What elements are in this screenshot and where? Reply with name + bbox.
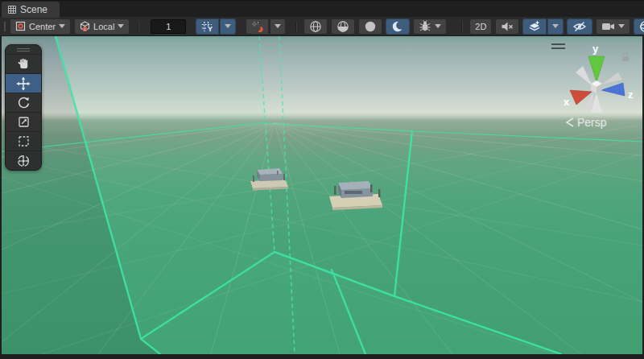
axis-cone-y[interactable] [588, 56, 605, 82]
persp-chevron-icon [565, 117, 574, 128]
gizmo-lock-icon[interactable] [620, 51, 630, 62]
pivot-center-icon [15, 21, 26, 31]
tool-palette [5, 44, 42, 171]
camera-settings-button[interactable] [596, 19, 630, 35]
chevron-down-icon [435, 24, 441, 28]
effects-dropdown[interactable] [547, 19, 564, 35]
toolbar-separator [138, 22, 139, 31]
scene-lighting-toggle[interactable] [386, 19, 410, 35]
chevron-down-icon [118, 24, 124, 28]
projection-label: Persp [577, 116, 607, 129]
magnet-snap-icon [251, 21, 263, 32]
speaker-muted-icon [501, 21, 514, 32]
scene-toolbar: Center Local Y [0, 17, 644, 36]
grid-snap-toggle[interactable]: Y [196, 19, 219, 35]
rect-tool-icon [17, 134, 31, 148]
axis-label-z: z [628, 89, 634, 101]
cube-local-icon [80, 21, 90, 31]
pivot-mode-dropdown[interactable]: Center [10, 19, 71, 35]
shading-shaded-button[interactable] [358, 19, 382, 35]
scale-icon [17, 115, 31, 129]
snap-increment-field[interactable] [151, 19, 186, 34]
effects-group [522, 19, 564, 35]
tab-strip: Scene [0, 0, 644, 17]
grid-snap-group: Y [196, 19, 236, 35]
axis-label-y: y [592, 43, 599, 55]
chevron-down-icon [552, 24, 559, 28]
2d-label: 2D [475, 22, 486, 31]
chevron-down-icon [618, 24, 625, 28]
tool-view-pan[interactable] [6, 54, 41, 73]
axis-label-x: x [564, 96, 570, 108]
shaded-wireframe-icon [336, 20, 349, 33]
chevron-down-icon [275, 24, 281, 28]
orientation-dropdown[interactable]: Local [74, 19, 130, 35]
moon-icon [391, 20, 404, 33]
gizmo-sphere-icon [639, 20, 644, 33]
2d-view-toggle[interactable]: 2D [469, 19, 492, 35]
increment-snap-dropdown[interactable] [270, 19, 286, 35]
viewport-bottom-border [0, 354, 644, 359]
chevron-down-icon [59, 24, 65, 28]
toolbar-separator [461, 22, 463, 31]
svg-text:Y: Y [208, 25, 213, 32]
unity-scene-view-window: Scene Center Local [0, 0, 644, 359]
tool-transform[interactable] [6, 151, 41, 170]
axis-cone-neg[interactable] [601, 72, 622, 85]
move-arrows-icon [16, 76, 31, 91]
audio-mute-toggle[interactable] [495, 19, 519, 35]
gizmos-group [634, 19, 644, 35]
projection-toggle[interactable]: Persp [565, 116, 607, 129]
toolbar-drag-handle[interactable] [4, 22, 6, 31]
shading-wireframe-button[interactable] [303, 19, 328, 35]
shading-shaded-wireframe-button[interactable] [331, 19, 355, 35]
tab-scene-label: Scene [20, 4, 47, 15]
axis-cone-neg[interactable] [576, 66, 592, 86]
wireframe-sphere-icon [309, 20, 322, 33]
eye-slash-icon [572, 21, 587, 32]
tab-scene[interactable]: Scene [2, 2, 60, 18]
solid-circle-icon [364, 20, 377, 33]
rotate-icon [17, 96, 31, 109]
pivot-mode-label: Center [29, 22, 56, 31]
toolbar-separator [295, 22, 297, 31]
scene-3d-canvas[interactable] [2, 36, 642, 354]
gizmos-toggle[interactable] [634, 19, 644, 35]
scene-visibility-toggle[interactable] [567, 19, 592, 35]
orientation-label: Local [93, 22, 114, 31]
tool-rotate[interactable] [6, 93, 41, 112]
tool-scale[interactable] [6, 112, 41, 131]
grid-snap-dropdown[interactable] [220, 19, 236, 35]
effects-layers-icon [528, 20, 541, 32]
gizmo-center-cube[interactable] [591, 80, 602, 93]
tool-palette-drag-handle[interactable] [6, 45, 41, 54]
video-camera-icon [601, 21, 615, 31]
bug-icon [419, 20, 431, 32]
transform-combined-icon [16, 154, 31, 168]
scene-tab-grid-icon [8, 6, 16, 14]
tool-rect[interactable] [6, 131, 41, 151]
axis-cone-z[interactable] [601, 83, 625, 96]
scene-viewport[interactable]: y x z Persp [2, 36, 642, 354]
debug-draw-mode-button[interactable] [413, 19, 447, 35]
grid-snap-y-icon: Y [201, 21, 213, 32]
tool-move[interactable] [6, 73, 41, 93]
hand-pan-icon [17, 57, 31, 71]
effects-toggle[interactable] [522, 19, 547, 35]
chevron-down-icon [225, 24, 231, 28]
increment-snap-group [246, 19, 286, 35]
increment-snap-toggle[interactable] [246, 19, 269, 35]
